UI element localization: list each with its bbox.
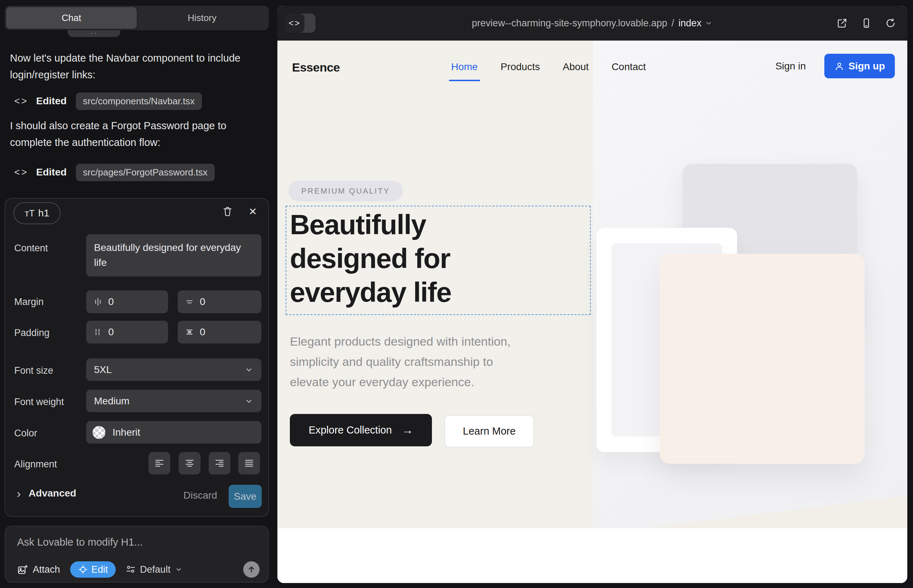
align-center-icon (185, 459, 194, 468)
margin-horizontal-input[interactable]: 0 (86, 291, 168, 313)
url-bar[interactable]: preview--charming-site-symphony.lovable.… (472, 18, 713, 29)
margin-vertical-value: 0 (200, 296, 206, 307)
margin-vertical-input[interactable]: 0 (178, 291, 261, 313)
attach-button[interactable]: Attach (17, 564, 60, 575)
align-justify-icon (244, 459, 254, 468)
chat-history-tabbar: Chat History (5, 6, 269, 30)
color-label: Color (14, 428, 37, 439)
align-left-icon (155, 459, 164, 468)
delete-element-button[interactable] (220, 204, 235, 219)
font-size-label: Font size (14, 365, 53, 376)
hero-heading[interactable]: Beautifully designed for everyday life (290, 208, 451, 309)
margin-vertical-icon (185, 297, 194, 307)
edited-file-badge[interactable]: src/pages/ForgotPassword.tsx (76, 164, 215, 181)
attach-image-icon (17, 564, 28, 575)
edited-file-badge[interactable]: src/components/Navbar.tsx (76, 92, 202, 110)
font-weight-value: Medium (94, 396, 130, 407)
sign-up-label: Sign up (848, 60, 885, 72)
hero-description-line: Elegant products designed with intention… (290, 331, 511, 352)
open-external-button[interactable] (836, 17, 848, 29)
discard-button[interactable]: Discard (183, 490, 217, 501)
element-tag-label: h1 (38, 207, 49, 219)
padding-horizontal-icon (93, 328, 102, 337)
nav-link-contact[interactable]: Contact (611, 61, 646, 73)
tab-history[interactable]: History (137, 7, 267, 29)
chevron-down-icon (704, 19, 713, 27)
code-icon: <> (285, 13, 304, 33)
assistant-message: Now let's update the Navbar component to… (10, 50, 256, 83)
scrolled-message-badge: ·· (68, 30, 120, 37)
advanced-toggle[interactable]: › Advanced (17, 488, 76, 499)
explore-collection-label: Explore Collection (309, 424, 392, 436)
code-icon: <> (14, 167, 29, 178)
content-input[interactable]: Beautifully designed for everyday life (86, 234, 261, 276)
url-page: index (678, 18, 701, 29)
nav-link-home[interactable]: Home (451, 61, 478, 73)
edit-mode-button[interactable]: Edit (70, 561, 116, 578)
url-separator: / (670, 18, 676, 29)
model-mode-select[interactable]: Default (126, 564, 183, 575)
hero-heading-line: designed for (290, 242, 451, 276)
padding-horizontal-value: 0 (108, 326, 114, 338)
align-center-button[interactable] (179, 452, 201, 475)
sign-in-link[interactable]: Sign in (775, 60, 806, 72)
composer-input[interactable]: Ask Lovable to modify H1... (17, 536, 143, 548)
align-justify-button[interactable] (238, 452, 260, 475)
tab-chat[interactable]: Chat (6, 7, 137, 29)
font-size-value: 5XL (94, 364, 112, 375)
site-logo[interactable]: Essence (292, 60, 340, 74)
align-left-button[interactable] (149, 452, 170, 475)
color-value: Inherit (113, 427, 140, 438)
edited-file-row: <> Edited src/components/Navbar.tsx (14, 92, 202, 110)
padding-vertical-value: 0 (200, 326, 206, 338)
learn-more-button[interactable]: Learn More (444, 415, 534, 447)
nav-link-about[interactable]: About (563, 61, 589, 73)
margin-label: Margin (14, 297, 44, 307)
refresh-icon (885, 18, 896, 29)
color-select[interactable]: Inherit (86, 421, 261, 444)
preview-frame: <> preview--charming-site-symphony.lovab… (277, 6, 907, 583)
font-size-select[interactable]: 5XL (86, 359, 261, 381)
edit-label: Edit (92, 564, 108, 575)
element-editor-panel: ᴛT h1 ✕ Content Beautifully designed for… (5, 198, 269, 517)
close-editor-button[interactable]: ✕ (245, 204, 261, 219)
nav-link-products[interactable]: Products (501, 61, 540, 73)
padding-label: Padding (14, 328, 50, 339)
hero-description-line: simplicity and quality craftsmanship to (290, 352, 511, 372)
hero-badge: PREMIUM QUALITY (288, 181, 403, 202)
explore-collection-button[interactable]: Explore Collection → (290, 414, 432, 446)
code-icon: <> (14, 96, 29, 107)
save-button[interactable]: Save (228, 485, 262, 508)
padding-horizontal-input[interactable]: 0 (86, 321, 168, 344)
refresh-button[interactable] (884, 17, 897, 29)
trash-icon (222, 206, 233, 217)
chevron-right-icon: › (17, 488, 21, 499)
sign-up-button[interactable]: Sign up (824, 54, 895, 78)
arrow-right-icon: → (401, 423, 413, 437)
typography-icon: ᴛT (25, 208, 35, 219)
code-preview-toggle[interactable]: <> (285, 13, 316, 33)
decorative-card-beige (660, 254, 864, 464)
close-icon: ✕ (249, 206, 257, 218)
assistant-message: I should also create a Forgot Password p… (10, 118, 256, 151)
site-nav: Home Products About Contact (451, 61, 646, 73)
chat-composer: Ask Lovable to modify H1... Attach Edit (5, 526, 269, 583)
align-right-icon (215, 459, 224, 468)
chevron-down-icon (175, 565, 183, 573)
padding-vertical-input[interactable]: 0 (178, 321, 261, 344)
attach-label: Attach (33, 564, 60, 575)
hero-heading-line: everyday life (290, 276, 451, 309)
hero-description: Elegant products designed with intention… (290, 331, 511, 392)
padding-vertical-icon (185, 328, 194, 337)
transparency-swatch-icon (92, 426, 105, 439)
font-weight-select[interactable]: Medium (86, 390, 261, 412)
mobile-device-icon (861, 18, 872, 29)
site-preview: Essence Home Products About Contact Sign… (277, 40, 907, 583)
send-button[interactable] (243, 561, 260, 578)
url-host: preview--charming-site-symphony.lovable.… (472, 18, 667, 29)
alignment-label: Alignment (14, 459, 57, 470)
align-right-button[interactable] (209, 452, 230, 475)
margin-horizontal-icon (93, 297, 102, 307)
mobile-view-button[interactable] (860, 17, 873, 29)
margin-horizontal-value: 0 (108, 296, 114, 307)
